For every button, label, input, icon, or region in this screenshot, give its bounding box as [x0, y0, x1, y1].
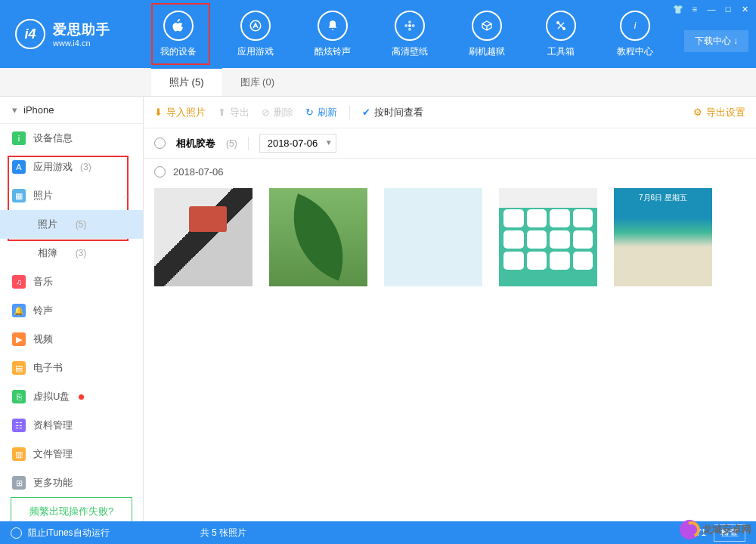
sidebar-item-device-info[interactable]: i 设备信息 — [0, 124, 143, 153]
nav-my-device[interactable]: 我的设备 — [151, 5, 206, 64]
photo-icon: ▦ — [12, 189, 26, 202]
maximize-button[interactable]: □ — [721, 3, 735, 15]
delete-icon: ⊘ — [262, 107, 270, 118]
box-icon — [472, 11, 502, 41]
chevron-up-icon: ︿ — [123, 190, 131, 201]
photo-count-label: 共 5 张照片 — [200, 527, 246, 539]
svg-text:i: i — [634, 20, 637, 31]
radio-camera-roll[interactable] — [154, 138, 166, 149]
info-icon: i — [620, 11, 650, 41]
sidebar-item-data[interactable]: ☷ 资料管理 — [0, 411, 143, 440]
music-icon: ♫ — [12, 275, 26, 289]
nav-wallpapers[interactable]: 高清壁纸 — [383, 5, 437, 64]
sidebar-subitem-albums[interactable]: 相簿 (3) — [0, 239, 143, 267]
sidebar-item-ebook[interactable]: ▤ 电子书 — [0, 354, 143, 382]
itunes-block-toggle[interactable]: 阻止iTunes自动运行 — [11, 527, 110, 539]
watermark: 龙城安卓网 — [680, 520, 751, 539]
svg-point-6 — [557, 21, 559, 23]
export-button[interactable]: ⬆导出 — [218, 106, 249, 119]
date-dropdown[interactable]: 2018-07-06 — [259, 134, 337, 153]
import-icon: ⬇ — [154, 107, 163, 118]
logo-icon: i4 — [15, 19, 45, 49]
photo-thumbnail[interactable] — [269, 188, 367, 286]
info-icon: i — [12, 131, 26, 145]
book-icon: ▤ — [12, 361, 26, 375]
chevron-down-icon: ▾ — [12, 104, 17, 116]
refresh-button[interactable]: ↻刷新 — [305, 106, 337, 119]
content-tabs: 照片 (5) 图库 (0) — [0, 68, 756, 97]
main-content: ⬇导入照片 ⬆导出 ⊘删除 ↻刷新 ✔按时间查看 ⚙导出设置 相机胶卷 (5) … — [144, 97, 756, 521]
svg-point-5 — [412, 24, 415, 27]
device-selector[interactable]: ▾ iPhone — [0, 97, 143, 124]
photo-thumbnail[interactable] — [384, 188, 482, 286]
sidebar-item-ringtone[interactable]: 🔔 铃声 — [0, 296, 143, 325]
bell-icon: 🔔 — [12, 304, 26, 317]
app-header: i4 爱思助手 www.i4.cn 我的设备 应用游戏 酷炫铃声 高清壁纸 刷机… — [0, 0, 756, 68]
date-group-header[interactable]: 2018-07-06 — [144, 159, 756, 185]
grid-icon: ⊞ — [12, 476, 26, 490]
video-icon: ▶ — [12, 332, 26, 346]
import-button[interactable]: ⬇导入照片 — [154, 106, 206, 119]
sidebar: ▾ iPhone i 设备信息 A 应用游戏 (3) ▦ 照片 ︿ 照片 (5)… — [0, 97, 144, 521]
refresh-icon: ↻ — [305, 107, 314, 118]
delete-button[interactable]: ⊘删除 — [262, 106, 293, 119]
appstore-icon — [240, 11, 271, 41]
toolbar: ⬇导入照片 ⬆导出 ⊘删除 ↻刷新 ✔按时间查看 ⚙导出设置 — [144, 97, 756, 128]
minimize-button[interactable]: — — [705, 3, 718, 15]
photo-thumbnail[interactable] — [614, 188, 712, 286]
divider — [248, 137, 249, 150]
close-button[interactable]: ✕ — [738, 3, 751, 15]
radio-date-group[interactable] — [154, 166, 166, 178]
brand-subtitle: www.i4.cn — [53, 39, 110, 48]
sidebar-item-apps[interactable]: A 应用游戏 (3) — [0, 153, 143, 181]
nav-jailbreak[interactable]: 刷机越狱 — [460, 5, 514, 64]
tab-photos[interactable]: 照片 (5) — [151, 67, 222, 96]
nav-apps[interactable]: 应用游戏 — [228, 5, 283, 64]
sidebar-item-udisk[interactable]: ⎘ 虚拟U盘 — [0, 382, 143, 411]
svg-point-1 — [408, 24, 411, 27]
thumbnail-grid — [144, 185, 756, 289]
sidebar-item-more[interactable]: ⊞ 更多功能 — [0, 468, 143, 497]
status-bar: 阻止iTunes自动运行 共 5 张照片 V7.71 检查 — [0, 521, 756, 544]
flower-icon — [395, 11, 425, 41]
appstore-icon: A — [12, 160, 26, 174]
svg-point-7 — [563, 27, 565, 29]
export-icon: ⬆ — [218, 107, 226, 118]
sidebar-item-video[interactable]: ▶ 视频 — [0, 325, 143, 354]
data-icon: ☷ — [12, 419, 26, 432]
sidebar-item-music[interactable]: ♫ 音乐 — [0, 267, 143, 296]
brand-title: 爱思助手 — [53, 20, 110, 39]
radio-icon — [11, 527, 22, 539]
svg-point-2 — [408, 20, 411, 23]
export-settings-button[interactable]: ⚙导出设置 — [693, 106, 745, 119]
download-center-button[interactable]: 下载中心 ↓ — [684, 30, 748, 52]
apple-icon — [163, 11, 194, 41]
tab-gallery[interactable]: 图库 (0) — [222, 68, 293, 97]
nav-ringtones[interactable]: 酷炫铃声 — [305, 5, 360, 64]
sidebar-item-photos[interactable]: ▦ 照片 ︿ — [0, 181, 143, 210]
nav-tutorial[interactable]: i 教程中心 — [608, 5, 662, 64]
tools-icon — [546, 11, 576, 41]
view-by-time-button[interactable]: ✔按时间查看 — [362, 106, 423, 119]
svg-point-4 — [404, 24, 407, 27]
camera-roll-label: 相机胶卷 — [176, 137, 215, 150]
usb-icon: ⎘ — [12, 390, 26, 403]
bell-icon — [318, 11, 348, 41]
shirt-icon[interactable]: 👕 — [671, 3, 685, 15]
nav-toolbox[interactable]: 工具箱 — [537, 5, 585, 64]
watermark-icon — [680, 520, 699, 539]
folder-icon: ▥ — [12, 447, 26, 461]
filter-row: 相机胶卷 (5) 2018-07-06 — [144, 128, 756, 159]
sidebar-subitem-photos[interactable]: 照片 (5) — [0, 210, 143, 239]
logo: i4 爱思助手 www.i4.cn — [0, 19, 144, 49]
photo-thumbnail[interactable] — [154, 188, 253, 286]
help-link[interactable]: 频繁出现操作失败? — [11, 497, 132, 521]
notification-dot — [79, 394, 84, 400]
sidebar-item-file[interactable]: ▥ 文件管理 — [0, 440, 143, 468]
gear-icon: ⚙ — [693, 107, 702, 118]
check-icon: ✔ — [362, 107, 370, 118]
photo-thumbnail[interactable] — [499, 188, 597, 286]
menu-icon[interactable]: ≡ — [688, 3, 702, 15]
divider — [349, 106, 350, 119]
svg-point-3 — [408, 27, 411, 30]
